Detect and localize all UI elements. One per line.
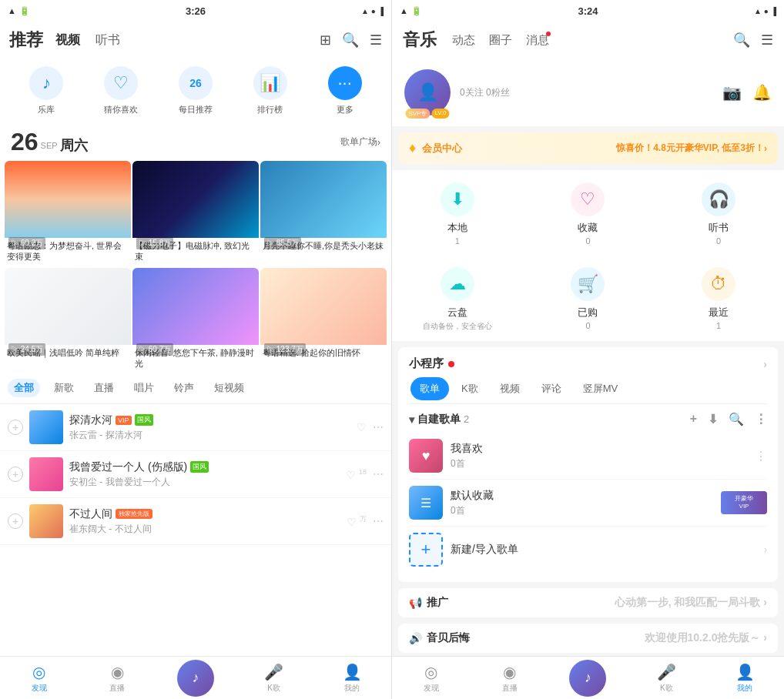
vip-banner[interactable]: ♦ 会员中心 惊喜价！4.8元开豪华VIP, 低至3折！ › bbox=[398, 132, 778, 164]
song-like-2[interactable]: ♡ 万 bbox=[347, 514, 367, 528]
promo-arrow[interactable]: 心动第一步, 和我匹配一局斗歌 › bbox=[615, 596, 767, 610]
song-thumb-0 bbox=[29, 410, 63, 444]
quick-icon-library[interactable]: ♪ 乐库 bbox=[9, 66, 84, 115]
playlist-item-favorite[interactable]: ♥ 我喜欢 0首 ⋮ bbox=[409, 433, 767, 480]
quick-icon-more[interactable]: ··· 更多 bbox=[307, 66, 382, 115]
playlist-add-icon[interactable]: + bbox=[690, 412, 697, 426]
content-tab-playlist[interactable]: 歌单 bbox=[410, 377, 449, 400]
cat-tab-album[interactable]: 唱片 bbox=[128, 379, 160, 397]
right-nav-center[interactable]: ♪ bbox=[549, 660, 628, 697]
library-label: 乐库 bbox=[38, 104, 55, 115]
func-collect[interactable]: ♡ 收藏 0 bbox=[523, 170, 654, 255]
song-add-0[interactable]: + bbox=[8, 420, 23, 435]
search-icon[interactable]: 🔍 bbox=[342, 32, 359, 48]
audio-arrow[interactable]: 欢迎使用10.2.0抢先版～ › bbox=[645, 631, 767, 645]
right-nav-live[interactable]: ◉ 直播 bbox=[471, 657, 549, 699]
cat-tab-all[interactable]: 全部 bbox=[8, 379, 40, 397]
song-info-2: 不过人间 独家抢先版 崔东阔大 - 不过人间 bbox=[69, 507, 347, 536]
playlist-info-new: 新建/导入歌单 bbox=[451, 543, 764, 557]
camera-icon[interactable]: 📷 bbox=[722, 83, 742, 102]
song-like-0[interactable]: ♡ bbox=[357, 421, 367, 433]
cat-tab-live[interactable]: 直播 bbox=[88, 379, 120, 397]
song-more-1[interactable]: ⋯ bbox=[373, 468, 384, 480]
wifi-icon: ▲ bbox=[8, 6, 16, 15]
song-add-1[interactable]: + bbox=[8, 467, 23, 482]
song-item-2[interactable]: + 不过人间 独家抢先版 崔东阔大 - 不过人间 ♡ 万 ⋯ bbox=[0, 498, 391, 545]
song-list: + 探清水河 VIP 国风 张云雷 - 探清水河 ♡ ⋯ + 我曾爱过一个人 bbox=[0, 404, 391, 656]
song-more-0[interactable]: ⋯ bbox=[373, 421, 384, 433]
song-name-0: 探清水河 VIP 国风 bbox=[69, 413, 357, 427]
song-actions-2: ♡ 万 ⋯ bbox=[347, 514, 384, 528]
profile-info: 0关注 0粉丝 bbox=[460, 86, 713, 99]
left-nav-audiobook[interactable]: 听书 bbox=[95, 29, 120, 52]
left-nav-mine[interactable]: 👤 我的 bbox=[313, 657, 391, 699]
video-card-5[interactable]: ▷ 123.7万 粤语精选: 拾起你的旧情怀 bbox=[260, 268, 387, 373]
mini-arrow[interactable]: › bbox=[763, 358, 767, 370]
video-card-3[interactable]: ▷ 24.5万 欧美民谣｜浅唱低吟 简单纯粹 bbox=[5, 268, 131, 373]
bell-icon[interactable]: 🔔 bbox=[752, 83, 772, 102]
song-item-1[interactable]: + 我曾爱过一个人 (伤感版) 国风 安初尘 - 我曾爱过一个人 ♡ 18 ⋯ bbox=[0, 451, 391, 498]
quick-icon-daily[interactable]: 26 每日推荐 bbox=[159, 66, 233, 115]
playlist-name-new: 新建/导入歌单 bbox=[451, 543, 764, 557]
quick-icon-recommend[interactable]: ♡ 猜你喜欢 bbox=[84, 66, 159, 115]
song-more-2[interactable]: ⋯ bbox=[373, 515, 384, 527]
right-nav-msg[interactable]: 消息 bbox=[526, 33, 549, 48]
playlist-more-favorite[interactable]: ⋮ bbox=[755, 449, 767, 463]
left-panel: ▲ 🔋 3:26 ▲ ● ▐ 推荐 视频 听书 ⊞ 🔍 ☰ ♪ 乐库 ♡ 猜你喜… bbox=[0, 0, 392, 699]
right-nav-discover[interactable]: ◎ 发现 bbox=[392, 657, 471, 699]
right-search-icon[interactable]: 🔍 bbox=[733, 32, 750, 48]
playlist-item-default[interactable]: ☰ 默认收藏 0首 开豪华VIP bbox=[409, 480, 767, 527]
playlist-import-icon[interactable]: ⬇ bbox=[708, 412, 718, 426]
playlist-item-new[interactable]: + 新建/导入歌单 › bbox=[409, 527, 767, 573]
right-nav-circle[interactable]: 圈子 bbox=[489, 33, 512, 48]
song-add-2[interactable]: + bbox=[8, 513, 23, 529]
right-menu-icon[interactable]: ☰ bbox=[761, 32, 773, 48]
left-nav-video[interactable]: 视频 bbox=[55, 29, 80, 52]
content-tab-comment[interactable]: 评论 bbox=[532, 377, 571, 400]
left-nav-ksong[interactable]: 🎤 K歌 bbox=[235, 657, 313, 699]
audio-title-text: 音贝后悔 bbox=[427, 631, 470, 645]
left-nav-discover[interactable]: ◎ 发现 bbox=[0, 657, 79, 699]
video-card-2[interactable]: ▷ 85.5万 月亮不睡你不睡,你是秃头小老妹 bbox=[260, 161, 387, 266]
playlist-thumb-default: ☰ bbox=[409, 486, 443, 520]
playlist-link[interactable]: 歌单广场 › bbox=[340, 135, 380, 149]
daily-icon: 26 bbox=[179, 66, 213, 100]
content-tab-vertical-mv[interactable]: 竖屏MV bbox=[574, 377, 628, 400]
profile-section: 👤 SVP专 LV.0 0关注 0粉丝 📷 🔔 bbox=[392, 59, 784, 126]
video-card-1[interactable]: ▷ 15.8万 【磁力电子】电磁脉冲, 致幻光束 bbox=[132, 161, 259, 266]
cat-tab-ringtone[interactable]: 铃声 bbox=[168, 379, 200, 397]
cloud-label: 云盘 bbox=[447, 306, 467, 319]
audio-icon: 🔊 bbox=[409, 632, 422, 644]
right-nav-mine[interactable]: 👤 我的 bbox=[705, 657, 784, 699]
video-card-4[interactable]: ▷ 60.7万 休闲轻音: 悠您下午茶, 静静漫时光 bbox=[132, 268, 259, 373]
func-recent[interactable]: ⏱ 最近 1 bbox=[653, 255, 784, 341]
right-ksong-label: K歌 bbox=[660, 683, 673, 694]
song-actions-1: ♡ 18 ⋯ bbox=[346, 468, 384, 481]
collect-label: 收藏 bbox=[578, 221, 598, 235]
func-local[interactable]: ⬇ 本地 1 bbox=[392, 170, 523, 255]
expand-icon[interactable]: ⊞ bbox=[320, 32, 331, 48]
cat-tab-shortvideo[interactable]: 短视频 bbox=[208, 379, 250, 397]
discover-label: 发现 bbox=[32, 683, 47, 694]
content-tab-video[interactable]: 视频 bbox=[491, 377, 529, 400]
right-center-button[interactable]: ♪ bbox=[569, 660, 606, 697]
right-nav-ksong[interactable]: 🎤 K歌 bbox=[627, 657, 705, 699]
playlist-search-icon[interactable]: 🔍 bbox=[729, 412, 744, 426]
menu-icon[interactable]: ☰ bbox=[370, 32, 382, 48]
func-purchased[interactable]: 🛒 已购 0 bbox=[523, 255, 654, 341]
quick-icon-chart[interactable]: 📊 排行榜 bbox=[233, 66, 307, 115]
left-nav-center[interactable]: ♪ bbox=[156, 660, 235, 697]
song-artist-0: 张云雷 - 探清水河 bbox=[69, 429, 357, 442]
right-nav-dynamic[interactable]: 动态 bbox=[452, 33, 475, 48]
playlist-options-icon[interactable]: ⋮ bbox=[755, 412, 767, 426]
left-nav-live[interactable]: ◉ 直播 bbox=[79, 657, 157, 699]
audiobook-icon: 🎧 bbox=[702, 182, 735, 216]
func-cloud[interactable]: ☁ 云盘 自动备份，安全省心 bbox=[392, 255, 523, 341]
video-card-0[interactable]: ▷ 60.2万 粤语励志：为梦想奋斗, 世界会变得更美 bbox=[5, 161, 131, 266]
content-tab-ksong[interactable]: K歌 bbox=[452, 377, 487, 400]
cat-tab-new[interactable]: 新歌 bbox=[48, 379, 80, 397]
func-audiobook[interactable]: 🎧 听书 0 bbox=[653, 170, 784, 255]
song-like-1[interactable]: ♡ 18 bbox=[346, 468, 367, 481]
center-button[interactable]: ♪ bbox=[177, 660, 214, 697]
song-item-0[interactable]: + 探清水河 VIP 国风 张云雷 - 探清水河 ♡ ⋯ bbox=[0, 404, 391, 451]
